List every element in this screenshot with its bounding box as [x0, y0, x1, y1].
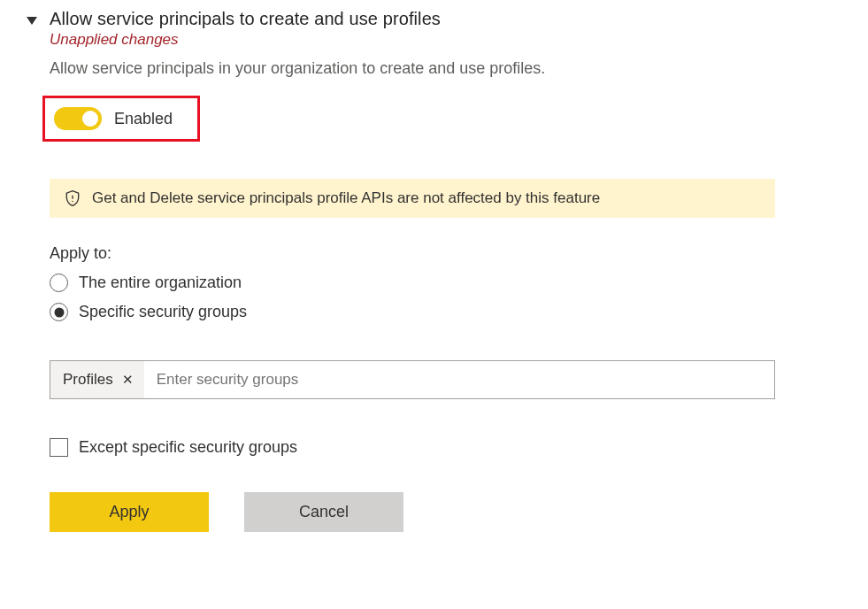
warning-banner: Get and Delete service principals profil…	[50, 179, 775, 218]
svg-point-1	[72, 201, 73, 203]
unapplied-changes-label: Unapplied changes	[50, 31, 793, 49]
radio-label: Specific security groups	[79, 303, 247, 321]
enabled-toggle-highlight: Enabled	[42, 96, 200, 142]
setting-title: Allow service principals to create and u…	[50, 9, 793, 29]
toggle-state-label: Enabled	[114, 110, 173, 128]
setting-description: Allow service principals in your organiz…	[50, 59, 793, 78]
setting-panel: Allow service principals to create and u…	[50, 9, 793, 532]
selected-group-tag: Profiles ✕	[50, 361, 144, 398]
security-groups-input[interactable]: Profiles ✕	[50, 360, 775, 399]
radio-icon	[50, 274, 68, 292]
radio-entire-organization[interactable]: The entire organization	[50, 274, 793, 292]
except-groups-checkbox[interactable]: Except specific security groups	[50, 438, 793, 457]
collapse-caret-icon[interactable]	[27, 17, 37, 25]
shield-warning-icon	[64, 189, 81, 207]
warning-text: Get and Delete service principals profil…	[92, 189, 600, 207]
apply-to-label: Apply to:	[50, 244, 793, 263]
tag-remove-icon[interactable]: ✕	[122, 372, 134, 388]
tag-label: Profiles	[63, 371, 113, 389]
radio-icon	[50, 303, 68, 321]
checkbox-icon	[50, 438, 68, 457]
action-buttons: Apply Cancel	[50, 492, 793, 532]
cancel-button[interactable]: Cancel	[244, 492, 403, 532]
security-groups-text-input[interactable]	[144, 361, 774, 398]
radio-specific-security-groups[interactable]: Specific security groups	[50, 303, 793, 321]
apply-button[interactable]: Apply	[50, 492, 209, 532]
checkbox-label: Except specific security groups	[79, 438, 297, 457]
toggle-knob-icon	[82, 111, 98, 127]
radio-label: The entire organization	[79, 274, 242, 292]
enabled-toggle[interactable]	[54, 107, 102, 130]
